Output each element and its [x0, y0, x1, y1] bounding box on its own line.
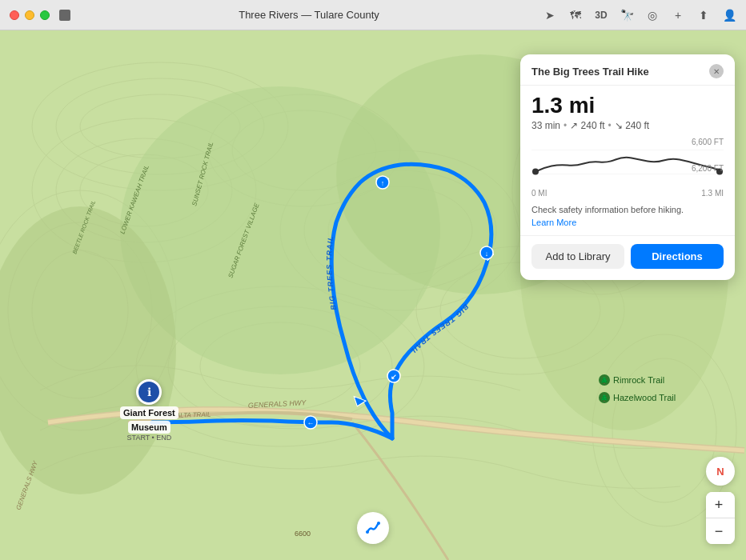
svg-text:6600: 6600	[295, 530, 311, 538]
elev-x-start: 0 MI	[531, 189, 547, 198]
navigation-icon[interactable]: ➤	[543, 8, 557, 22]
info-card: The Big Trees Trail Hike ✕ 1.3 mi 33 min…	[520, 54, 735, 280]
titlebar: Three Rivers — Tulare County ➤ 🗺 3D 🔭 ◎ …	[0, 0, 746, 30]
zoom-out-button[interactable]: −	[706, 518, 732, 544]
elevation-low-label: 6,200 FT	[692, 164, 724, 173]
hazelwood-label: Hazelwood Trail	[613, 393, 676, 402]
map[interactable]: GENERALS HWY ALTA TRAIL ↑ ↓ ↙ ← BIG	[0, 30, 746, 560]
svg-text:↙: ↙	[391, 373, 397, 381]
sep2: •	[608, 120, 612, 131]
hazelwood-trail-marker[interactable]: Hazelwood Trail	[599, 392, 676, 403]
card-actions: Add to Library Directions	[520, 235, 735, 280]
faceid-icon[interactable]: ◎	[645, 8, 660, 22]
map-icon[interactable]: 🗺	[568, 8, 583, 22]
museum-name2: Museum	[128, 421, 170, 434]
add-icon[interactable]: +	[671, 8, 685, 22]
elevation-x-labels: 0 MI 1.3 MI	[531, 189, 724, 198]
card-body: 1.3 mi 33 min • 240 ft • 240 ft 6,600 FT	[520, 86, 735, 227]
card-close-button[interactable]: ✕	[709, 64, 724, 78]
zoom-in-button[interactable]: +	[706, 492, 732, 518]
window-title: Three Rivers — Tulare County	[75, 9, 543, 21]
zoom-controls: + −	[706, 492, 735, 544]
museum-sublabel: START • END	[127, 434, 172, 442]
window-icon	[59, 10, 70, 21]
rimrock-label: Rimrock Trail	[613, 375, 664, 385]
trail-icon-button[interactable]	[357, 512, 389, 544]
trail-stats: 33 min • 240 ft • 240 ft	[531, 120, 724, 131]
learn-more-link[interactable]: Learn More	[531, 218, 724, 227]
elevation-down: 240 ft	[615, 120, 649, 131]
close-button[interactable]	[10, 10, 19, 20]
rimrock-icon	[599, 374, 610, 386]
maximize-button[interactable]	[40, 10, 50, 20]
card-title: The Big Trees Trail Hike	[531, 66, 649, 78]
museum-marker[interactable]: ℹ Giant Forest Museum START • END	[120, 379, 178, 442]
elevation-up: 240 ft	[570, 120, 604, 131]
map-controls: N + −	[706, 457, 735, 544]
elev-x-end: 1.3 MI	[701, 189, 724, 198]
compass-label: N	[716, 466, 724, 478]
svg-point-56	[377, 522, 380, 525]
add-to-library-button[interactable]: Add to Library	[531, 244, 624, 269]
time-stat: 33 min	[531, 120, 560, 131]
museum-icon: ℹ	[136, 379, 162, 405]
safety-note: Check safety information before hiking.	[531, 204, 724, 216]
share-icon[interactable]: ⬆	[696, 8, 711, 22]
sep1: •	[564, 120, 567, 131]
rimrock-trail-marker[interactable]: Rimrock Trail	[599, 374, 664, 386]
svg-text:ALTA TRAIL: ALTA TRAIL	[175, 410, 211, 419]
titlebar-actions: ➤ 🗺 3D 🔭 ◎ + ⬆ 👤	[543, 8, 736, 22]
svg-text:←: ←	[307, 419, 315, 427]
elevation-high-label: 6,600 FT	[692, 138, 724, 146]
hazelwood-icon	[599, 392, 610, 403]
trail-icon	[364, 519, 382, 537]
svg-point-55	[366, 530, 369, 534]
card-header: The Big Trees Trail Hike ✕	[520, 54, 735, 86]
svg-point-53	[532, 168, 539, 174]
elevation-chart: 6,600 FT 6,200 FT	[531, 138, 724, 186]
trail-distance: 1.3 mi	[531, 94, 724, 118]
minimize-button[interactable]	[25, 10, 34, 20]
directions-button[interactable]: Directions	[631, 244, 724, 269]
museum-name: Giant Forest	[120, 406, 178, 419]
traffic-lights	[10, 10, 50, 20]
svg-text:↓: ↓	[485, 250, 489, 258]
svg-text:↑: ↑	[381, 179, 385, 187]
compass-button[interactable]: N	[706, 457, 735, 486]
binoculars-icon[interactable]: 🔭	[620, 8, 634, 22]
account-icon[interactable]: 👤	[722, 8, 736, 22]
3d-icon[interactable]: 3D	[594, 8, 608, 22]
